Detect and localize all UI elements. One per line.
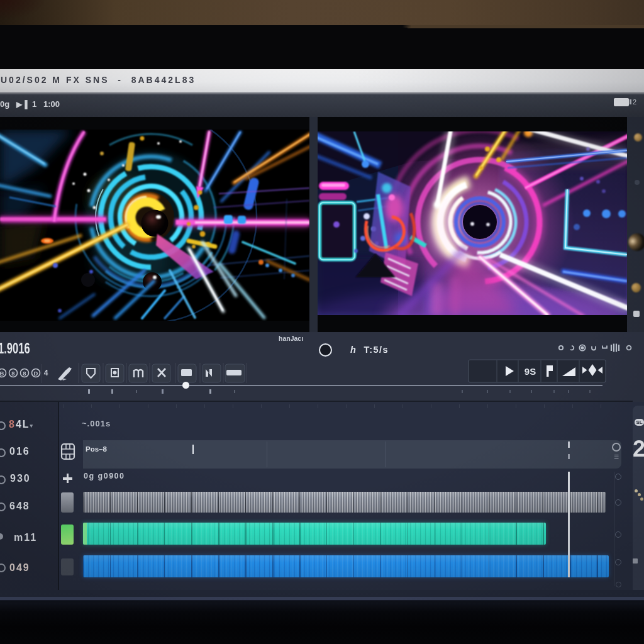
svg-text:8: 8 [11, 370, 14, 377]
svg-text:B: B [0, 370, 4, 377]
svg-text:4: 4 [44, 369, 48, 377]
svg-text:D: D [34, 370, 38, 377]
svg-text:9S: 9S [525, 366, 536, 377]
svg-text:8: 8 [23, 370, 26, 377]
